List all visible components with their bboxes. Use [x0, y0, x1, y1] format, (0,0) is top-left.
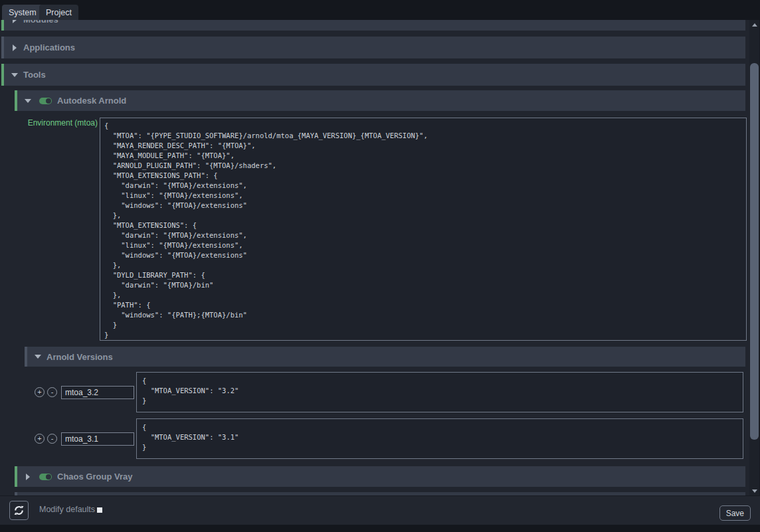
section-title-autodesk-arnold: Autodesk Arnold: [57, 96, 126, 106]
chevron-right-icon[interactable]: [13, 44, 17, 51]
applications-accent-bar: [1, 37, 4, 58]
section-title-chaos-group-vray: Chaos Group Vray: [57, 472, 132, 482]
section-header-modules[interactable]: Modules: [1, 20, 745, 31]
version-row-mtoa-3-1: + - { "MTOA_VERSION": "3.1" }: [35, 418, 749, 459]
remove-version-button[interactable]: -: [47, 387, 57, 397]
scroll-down-icon: [752, 489, 757, 493]
version-json-editor[interactable]: { "MTOA_VERSION": "3.2" }: [136, 372, 743, 412]
scrollbar-thumb[interactable]: [750, 63, 759, 440]
environment-label: Environment (mtoa): [1, 118, 100, 128]
arnold-enabled-toggle[interactable]: [39, 98, 52, 104]
section-header-tools[interactable]: Tools: [1, 64, 745, 86]
tab-bar: System Project: [0, 0, 760, 20]
refresh-icon: [13, 505, 25, 516]
settings-scroll-area: Modules Applications Tools Autodesk Arno…: [0, 20, 749, 495]
add-version-button[interactable]: +: [35, 434, 45, 444]
version-row-mtoa-3-2: + - { "MTOA_VERSION": "3.2" }: [35, 372, 749, 412]
chevron-down-icon[interactable]: [11, 73, 18, 77]
modify-defaults-label: Modify defaults: [39, 505, 95, 514]
modify-defaults-checkbox[interactable]: [97, 507, 102, 513]
save-button[interactable]: Save: [719, 505, 751, 521]
version-json-editor[interactable]: { "MTOA_VERSION": "3.1" }: [136, 418, 743, 459]
section-title-modules: Modules: [23, 20, 58, 25]
settings-window: System Project Modules Applications Tool…: [0, 0, 760, 532]
modules-accent-bar: [1, 20, 4, 31]
section-header-applications[interactable]: Applications: [1, 37, 745, 58]
section-header-chaos-group-vray[interactable]: Chaos Group Vray: [15, 466, 745, 487]
environment-json-editor[interactable]: { "MTOA": "{PYPE_STUDIO_SOFTWARE}/arnold…: [100, 118, 747, 341]
version-name-input[interactable]: [61, 386, 134, 399]
remove-version-button[interactable]: -: [47, 434, 57, 444]
chevron-down-icon[interactable]: [25, 99, 31, 103]
scroll-up-button[interactable]: [749, 20, 759, 29]
chevron-right-icon[interactable]: [13, 20, 17, 23]
vray-accent-bar: [15, 466, 17, 487]
scroll-down-button[interactable]: [749, 486, 759, 495]
arnold-accent-bar: [15, 90, 17, 111]
tools-accent-bar: [1, 64, 4, 86]
tab-system[interactable]: System: [2, 5, 43, 20]
footer-bar: Modify defaults Save: [0, 496, 760, 525]
section-header-next-clipped[interactable]: [15, 492, 745, 495]
section-title-applications: Applications: [23, 43, 75, 52]
section-title-tools: Tools: [23, 70, 46, 80]
chevron-down-icon[interactable]: [35, 355, 41, 359]
refresh-button[interactable]: [9, 501, 29, 520]
version-name-input[interactable]: [61, 432, 134, 446]
vray-enabled-toggle[interactable]: [39, 474, 52, 480]
add-version-button[interactable]: +: [35, 387, 45, 397]
chevron-right-icon[interactable]: [26, 474, 30, 480]
section-title-arnold-versions: Arnold Versions: [47, 352, 113, 362]
section-header-arnold-versions[interactable]: Arnold Versions: [25, 347, 745, 367]
next-accent-bar: [15, 492, 17, 495]
environment-row: Environment (mtoa) { "MTOA": "{PYPE_STUD…: [1, 118, 749, 341]
arnold-versions-accent-bar: [25, 347, 27, 367]
vertical-scrollbar[interactable]: [749, 20, 759, 495]
window-bottom-strip: [0, 525, 760, 532]
tab-project[interactable]: Project: [39, 5, 78, 20]
section-header-autodesk-arnold[interactable]: Autodesk Arnold: [15, 90, 745, 111]
scroll-up-icon: [752, 23, 757, 27]
